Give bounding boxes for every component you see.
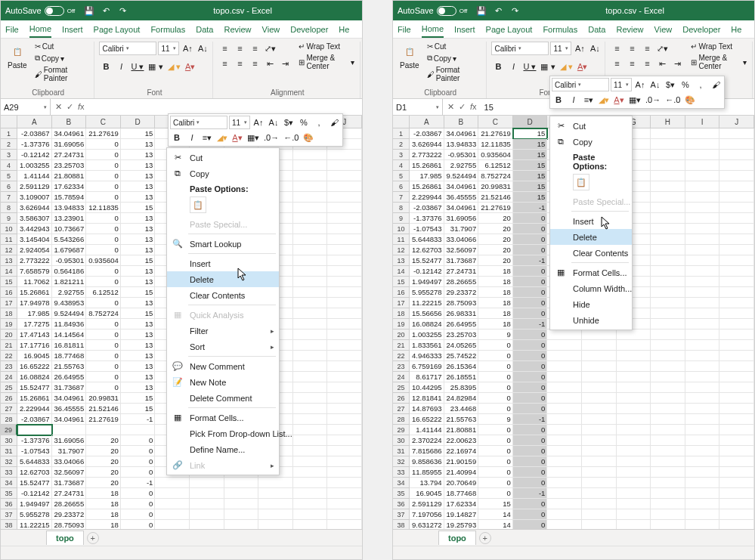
cell[interactable]: 20	[478, 234, 513, 245]
cell[interactable]	[327, 351, 362, 361]
cell[interactable]	[293, 181, 328, 192]
align-center-icon[interactable]: ≡	[625, 57, 639, 70]
cell[interactable]: 5.644833	[17, 456, 52, 467]
cell[interactable]	[651, 171, 685, 181]
cell[interactable]	[651, 509, 685, 520]
cell[interactable]: 3.586307	[17, 213, 52, 224]
cell[interactable]	[617, 393, 651, 404]
cell[interactable]	[651, 499, 685, 509]
cell[interactable]: 0	[86, 382, 121, 393]
cell[interactable]: 2.370224	[410, 435, 444, 446]
cell[interactable]: 13	[121, 192, 156, 203]
cell[interactable]: 0	[121, 499, 156, 509]
row-header[interactable]: 5	[393, 171, 410, 181]
cell[interactable]	[617, 488, 651, 499]
font-color-button[interactable]: A ▾	[184, 60, 197, 73]
ctx-new-comment[interactable]: 💬New Comment	[167, 358, 279, 374]
mini-font-combo[interactable]: Calibri▾	[552, 78, 609, 91]
cell[interactable]	[190, 509, 224, 520]
cell[interactable]	[617, 372, 651, 382]
cell[interactable]: 0	[513, 266, 548, 277]
cell[interactable]: -1	[513, 203, 548, 213]
cell[interactable]: 13	[121, 361, 156, 372]
cell[interactable]	[685, 425, 720, 435]
cell[interactable]	[685, 446, 720, 456]
cell[interactable]: 9.524494	[52, 308, 87, 319]
autosave-toggle[interactable]: AutoSave Off	[5, 6, 75, 16]
cell[interactable]: 17.985	[17, 308, 52, 319]
cell[interactable]	[651, 372, 685, 382]
cell[interactable]	[52, 425, 87, 435]
cell[interactable]: 15	[121, 393, 156, 404]
cell[interactable]	[293, 414, 328, 425]
cell[interactable]	[17, 425, 52, 435]
row-header[interactable]: 28	[393, 414, 410, 425]
cell[interactable]	[685, 478, 720, 488]
cell[interactable]: 0	[513, 478, 548, 488]
ctx-hide[interactable]: Hide	[550, 296, 632, 312]
col-header-C[interactable]: C	[86, 116, 121, 128]
shrink-font-icon[interactable]: A↓	[588, 42, 602, 55]
cell[interactable]: 5.955278	[410, 287, 444, 298]
cell[interactable]: 15	[513, 128, 548, 139]
cell[interactable]	[651, 234, 685, 245]
col-header-I[interactable]: I	[685, 116, 720, 128]
cell[interactable]	[547, 425, 582, 435]
cell[interactable]	[685, 245, 720, 255]
tab-formulas[interactable]: Formulas	[150, 22, 185, 37]
cell[interactable]: 15	[513, 139, 548, 150]
italic-button[interactable]: I	[114, 60, 128, 73]
cell[interactable]: 0	[513, 425, 548, 435]
ctx-format-cells[interactable]: ▦Format Cells...	[167, 410, 279, 425]
cell[interactable]: 18.77468	[444, 488, 479, 499]
decrease-indent-icon[interactable]: ⇤	[655, 57, 669, 70]
cell[interactable]: 25.8395	[444, 382, 479, 393]
cell[interactable]	[293, 319, 328, 330]
ctx-delete-comment[interactable]: Delete Comment	[167, 390, 279, 406]
cell[interactable]	[327, 308, 362, 319]
underline-button[interactable]: U ▾	[521, 60, 537, 73]
ctx-insert[interactable]: Insert	[550, 213, 632, 229]
row-header[interactable]: 31	[393, 446, 410, 456]
cut-button[interactable]: ✂ Cut	[32, 42, 57, 51]
cell[interactable]: 6.12512	[478, 160, 513, 171]
save-icon[interactable]: 💾	[476, 5, 487, 16]
cell[interactable]	[719, 308, 754, 319]
cell[interactable]: 18	[86, 488, 121, 499]
cell[interactable]: -1.37376	[17, 435, 52, 446]
cell[interactable]: 0	[513, 308, 548, 319]
select-all-corner[interactable]	[1, 116, 17, 128]
select-all-corner[interactable]	[393, 116, 410, 128]
cell[interactable]	[719, 509, 754, 520]
row-header[interactable]: 35	[393, 488, 410, 499]
cell[interactable]	[617, 467, 651, 478]
cell[interactable]	[719, 446, 754, 456]
cell[interactable]	[685, 488, 720, 499]
cell[interactable]: 0	[513, 467, 548, 478]
row-header[interactable]: 7	[393, 192, 410, 203]
cell[interactable]: 0	[513, 298, 548, 308]
grow-font-icon[interactable]: A↑	[573, 42, 586, 55]
cell[interactable]: 34.04961	[52, 414, 87, 425]
row-header[interactable]: 6	[393, 181, 410, 192]
cell[interactable]	[685, 509, 720, 520]
cell[interactable]	[719, 414, 754, 425]
cell[interactable]: 12.11835	[478, 139, 513, 150]
ctx-clear-contents[interactable]: Clear Contents	[167, 287, 279, 303]
row-header[interactable]: 9	[393, 213, 410, 224]
cell[interactable]: -1	[513, 319, 548, 330]
cell[interactable]	[293, 150, 328, 160]
cell[interactable]: 20	[86, 478, 121, 488]
cell[interactable]: 0	[86, 181, 121, 192]
cell[interactable]: 0	[478, 340, 513, 351]
cell[interactable]	[293, 467, 328, 478]
row-header[interactable]: 34	[393, 478, 410, 488]
cell[interactable]	[327, 192, 362, 203]
ctx-link[interactable]: 🔗Link▸	[167, 457, 279, 473]
paste-button[interactable]: 📋 Paste	[5, 42, 29, 71]
cell[interactable]: 1.949497	[410, 277, 444, 287]
ctx-format-cells[interactable]: ▦Format Cells...	[550, 265, 632, 280]
cell[interactable]	[293, 308, 328, 319]
cell[interactable]: 29.23372	[52, 509, 87, 520]
cell[interactable]	[719, 171, 754, 181]
